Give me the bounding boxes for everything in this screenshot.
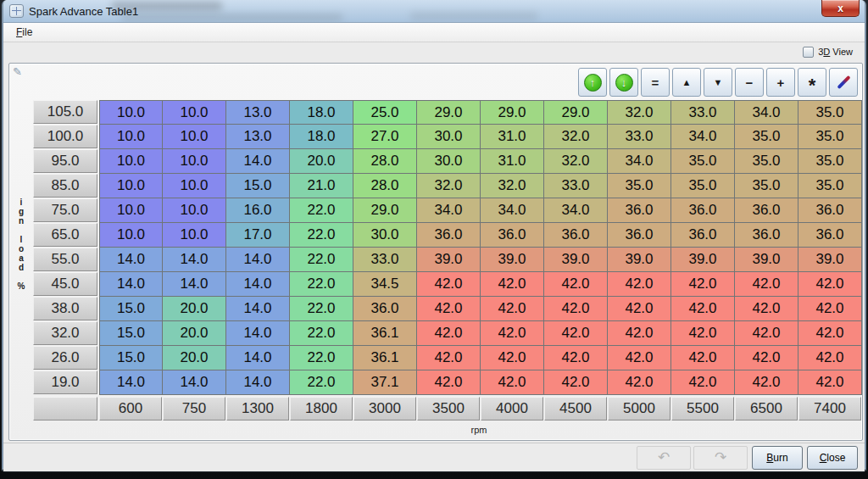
table-cell[interactable]: 42.0 bbox=[481, 297, 544, 321]
col-header[interactable]: 5000 bbox=[608, 397, 670, 421]
row-header[interactable]: 38.0 bbox=[33, 297, 97, 320]
table-cell[interactable]: 34.0 bbox=[544, 198, 608, 223]
table-cell[interactable]: 42.0 bbox=[671, 346, 735, 370]
table-cell[interactable]: 34.0 bbox=[735, 100, 798, 125]
table-cell[interactable]: 36.1 bbox=[353, 321, 417, 346]
table-cell[interactable]: 18.0 bbox=[290, 125, 353, 149]
table-cell[interactable]: 42.0 bbox=[798, 370, 862, 395]
table-cell[interactable]: 22.0 bbox=[290, 223, 353, 248]
table-cell[interactable]: 36.0 bbox=[481, 223, 544, 248]
table-cell[interactable]: 42.0 bbox=[671, 370, 735, 395]
table-cell[interactable]: 39.0 bbox=[798, 248, 862, 272]
table-cell[interactable]: 42.0 bbox=[544, 297, 608, 321]
table-cell[interactable]: 39.0 bbox=[417, 248, 481, 272]
table-cell[interactable]: 20.0 bbox=[163, 297, 226, 321]
table-cell[interactable]: 42.0 bbox=[608, 272, 671, 297]
table-cell[interactable]: 10.0 bbox=[163, 125, 226, 149]
row-header[interactable]: 55.0 bbox=[33, 248, 97, 271]
row-header[interactable]: 105.0 bbox=[33, 100, 97, 124]
table-cell[interactable]: 33.0 bbox=[608, 125, 671, 149]
table-cell[interactable]: 42.0 bbox=[671, 297, 735, 321]
table-cell[interactable]: 14.0 bbox=[99, 248, 163, 272]
col-header[interactable]: 3500 bbox=[417, 397, 480, 421]
table-cell[interactable]: 22.0 bbox=[290, 370, 353, 395]
table-cell[interactable]: 29.0 bbox=[481, 100, 544, 125]
table-cell[interactable]: 35.0 bbox=[798, 125, 862, 149]
table-cell[interactable]: 36.0 bbox=[798, 198, 862, 223]
table-cell[interactable]: 36.0 bbox=[417, 223, 481, 248]
row-header[interactable]: 19.0 bbox=[33, 370, 97, 394]
table-cell[interactable]: 17.0 bbox=[226, 223, 290, 248]
table-cell[interactable]: 42.0 bbox=[735, 321, 798, 346]
increment-button[interactable]: ▲ bbox=[672, 68, 701, 97]
table-cell[interactable]: 14.0 bbox=[226, 297, 290, 321]
table-cell[interactable]: 14.0 bbox=[226, 321, 290, 346]
table-cell[interactable]: 32.0 bbox=[417, 174, 481, 198]
table-cell[interactable]: 14.0 bbox=[226, 149, 290, 174]
table-cell[interactable]: 34.0 bbox=[417, 198, 481, 223]
table-cell[interactable]: 22.0 bbox=[290, 297, 353, 321]
table-cell[interactable]: 30.0 bbox=[417, 149, 481, 174]
subtract-button[interactable]: − bbox=[735, 68, 764, 97]
table-cell[interactable]: 22.0 bbox=[290, 321, 353, 346]
table-cell[interactable]: 42.0 bbox=[417, 272, 481, 297]
col-header[interactable]: 600 bbox=[99, 397, 162, 421]
decrement-button[interactable]: ▼ bbox=[704, 68, 732, 97]
table-cell[interactable]: 35.0 bbox=[671, 149, 735, 174]
table-cell[interactable]: 34.0 bbox=[671, 125, 735, 149]
table-cell[interactable]: 32.0 bbox=[544, 125, 608, 149]
table-cell[interactable]: 42.0 bbox=[481, 321, 544, 346]
table-cell[interactable]: 21.0 bbox=[290, 174, 353, 198]
table-cell[interactable]: 14.0 bbox=[99, 370, 163, 395]
col-header[interactable]: 1300 bbox=[226, 397, 289, 421]
col-header[interactable]: 5500 bbox=[671, 397, 734, 421]
col-header[interactable]: 6500 bbox=[735, 397, 798, 421]
col-header[interactable]: 4500 bbox=[544, 397, 607, 421]
col-header[interactable]: 4000 bbox=[481, 397, 543, 421]
table-cell[interactable]: 28.0 bbox=[353, 149, 417, 174]
table-cell[interactable]: 22.0 bbox=[290, 198, 353, 223]
table-cell[interactable]: 10.0 bbox=[99, 174, 163, 198]
row-header[interactable]: 85.0 bbox=[33, 174, 97, 198]
titlebar[interactable]: Spark Advance Table1 x bbox=[3, 0, 865, 23]
table-cell[interactable]: 29.0 bbox=[544, 100, 608, 125]
table-cell[interactable]: 42.0 bbox=[798, 321, 862, 346]
row-header[interactable]: 26.0 bbox=[33, 346, 97, 370]
row-header[interactable]: 100.0 bbox=[33, 125, 97, 148]
table-cell[interactable]: 27.0 bbox=[353, 125, 417, 149]
table-cell[interactable]: 34.5 bbox=[353, 272, 417, 297]
table-cell[interactable]: 34.0 bbox=[608, 149, 671, 174]
table-cell[interactable]: 10.0 bbox=[163, 223, 226, 248]
table-cell[interactable]: 35.0 bbox=[671, 174, 735, 198]
add-button[interactable]: + bbox=[766, 68, 795, 97]
table-cell[interactable]: 30.0 bbox=[417, 125, 481, 149]
close-button[interactable]: x bbox=[821, 0, 860, 17]
table-cell[interactable]: 42.0 bbox=[481, 370, 544, 395]
set-equal-button[interactable]: = bbox=[641, 68, 670, 97]
table-cell[interactable]: 10.0 bbox=[99, 100, 163, 125]
row-header[interactable]: 95.0 bbox=[33, 149, 97, 173]
table-cell[interactable]: 33.0 bbox=[671, 100, 735, 125]
table-cell[interactable]: 42.0 bbox=[608, 297, 671, 321]
table-cell[interactable]: 42.0 bbox=[544, 272, 608, 297]
green-arrow-down-circle-button[interactable]: ↓ bbox=[609, 68, 638, 97]
table-cell[interactable]: 22.0 bbox=[290, 248, 353, 272]
table-cell[interactable]: 42.0 bbox=[735, 370, 798, 395]
table-cell[interactable]: 14.0 bbox=[226, 248, 290, 272]
table-cell[interactable]: 13.0 bbox=[226, 125, 290, 149]
table-cell[interactable]: 32.0 bbox=[544, 149, 608, 174]
table-cell[interactable]: 14.0 bbox=[226, 370, 290, 395]
table-cell[interactable]: 42.0 bbox=[417, 321, 481, 346]
table-cell[interactable]: 10.0 bbox=[99, 125, 163, 149]
table-cell[interactable]: 42.0 bbox=[417, 346, 481, 370]
table-cell[interactable]: 22.0 bbox=[290, 346, 353, 370]
table-cell[interactable]: 20.0 bbox=[163, 321, 226, 346]
table-cell[interactable]: 39.0 bbox=[671, 248, 735, 272]
menu-file[interactable]: File bbox=[11, 25, 37, 40]
green-arrow-up-circle-button[interactable]: ↑ bbox=[578, 68, 607, 97]
table-cell[interactable]: 35.0 bbox=[735, 174, 798, 198]
table-cell[interactable]: 42.0 bbox=[481, 272, 544, 297]
table-cell[interactable]: 10.0 bbox=[163, 100, 226, 125]
table-cell[interactable]: 39.0 bbox=[481, 248, 544, 272]
table-cell[interactable]: 28.0 bbox=[353, 174, 417, 198]
